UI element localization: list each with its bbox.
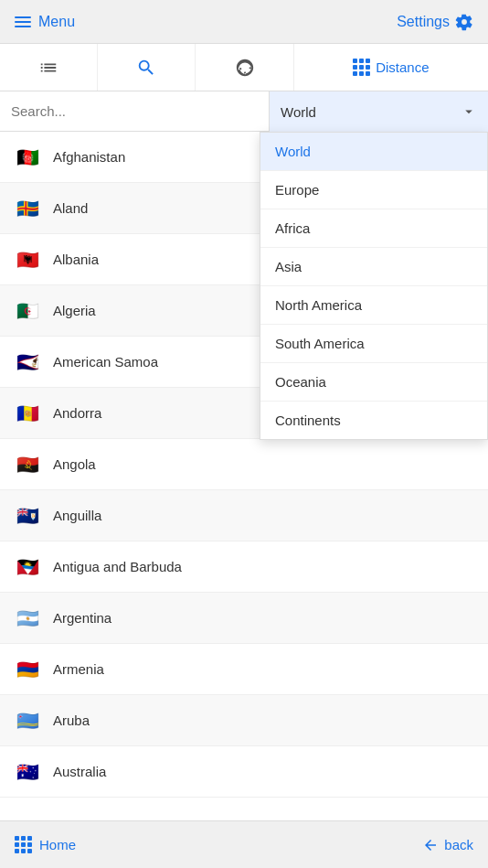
search-region-row: World World Europe Africa Asia North Ame… (0, 91, 488, 132)
distance-button[interactable]: Distance (294, 59, 488, 76)
country-flag: 🇦🇫 (15, 148, 40, 166)
country-name: Antigua and Barbuda (53, 559, 182, 574)
list-view-button[interactable] (0, 44, 98, 91)
menu-label: Menu (38, 14, 75, 30)
region-display[interactable]: World (270, 91, 488, 132)
country-flag: 🇦🇱 (15, 251, 40, 269)
country-flag: 🇦🇮 (15, 507, 40, 525)
country-name: American Samoa (53, 354, 158, 370)
region-option-europe[interactable]: Europe (260, 171, 487, 209)
chevron-down-icon (461, 103, 477, 120)
menu-button[interactable]: Menu (15, 14, 75, 30)
country-flag: 🇦🇼 (15, 712, 40, 730)
region-option-africa[interactable]: Africa (260, 209, 487, 248)
country-flag: 🇦🇺 (15, 763, 40, 781)
country-name: Andorra (53, 405, 101, 421)
country-flag: 🇦🇸 (15, 353, 40, 371)
toolbar: Distance (0, 44, 488, 91)
country-list-item[interactable]: 🇦🇺Australia (0, 746, 488, 798)
country-list-item[interactable]: 🇦🇷Argentina (0, 593, 488, 644)
country-list-item[interactable]: 🇦🇼Aruba (0, 695, 488, 746)
country-flag: 🇦🇬 (15, 558, 40, 576)
navigate-icon (235, 58, 255, 78)
back-arrow-icon (422, 837, 439, 853)
gear-icon (455, 13, 473, 31)
settings-label: Settings (397, 14, 450, 30)
app-footer: Home back (0, 820, 488, 868)
search-icon (136, 58, 156, 78)
region-option-continents[interactable]: Continents (260, 402, 487, 439)
country-name: Albania (53, 252, 99, 267)
country-flag: 🇩🇿 (15, 302, 40, 320)
navigate-button[interactable] (196, 44, 293, 91)
back-button[interactable]: back (422, 837, 473, 853)
country-list-item[interactable]: 🇦🇮Anguilla (0, 490, 488, 541)
app-header: Menu Settings (0, 0, 488, 44)
country-name: Aland (53, 200, 88, 216)
region-option-oceania[interactable]: Oceania (260, 363, 487, 402)
search-input[interactable] (0, 91, 269, 131)
distance-label: Distance (376, 59, 429, 75)
country-name: Afghanistan (53, 149, 125, 165)
region-option-world[interactable]: World (260, 133, 487, 171)
region-selected-label: World (281, 104, 316, 120)
search-button[interactable] (98, 44, 196, 91)
country-flag: 🇦🇷 (15, 609, 40, 627)
country-name: Australia (53, 764, 106, 779)
country-name: Algeria (53, 303, 96, 318)
country-name: Anguilla (53, 508, 101, 523)
region-option-north-america[interactable]: North America (260, 286, 487, 325)
country-flag: 🇦🇽 (15, 199, 40, 218)
grid-icon (353, 59, 370, 76)
region-option-south-america[interactable]: South America (260, 325, 487, 363)
region-dropdown: World Europe Africa Asia North America S… (260, 132, 488, 440)
settings-button[interactable]: Settings (397, 13, 473, 31)
home-button[interactable]: Home (15, 836, 76, 853)
country-flag: 🇦🇴 (15, 455, 40, 474)
list-icon (38, 58, 58, 78)
country-name: Aruba (53, 713, 90, 728)
country-list-item[interactable]: 🇦🇬Antigua and Barbuda (0, 541, 488, 593)
country-name: Argentina (53, 610, 111, 626)
country-name: Armenia (53, 661, 104, 677)
country-flag: 🇦🇲 (15, 660, 40, 679)
country-flag: 🇦🇩 (15, 404, 40, 423)
home-label: Home (39, 837, 76, 852)
region-selector[interactable]: World World Europe Africa Asia North Ame… (269, 91, 488, 131)
country-list-item[interactable]: 🇦🇲Armenia (0, 644, 488, 695)
back-label: back (444, 837, 473, 852)
region-option-asia[interactable]: Asia (260, 248, 487, 286)
country-list-item[interactable]: 🇦🇴Angola (0, 439, 488, 490)
home-grid-icon (15, 836, 32, 853)
menu-icon (15, 16, 31, 27)
country-name: Angola (53, 456, 96, 472)
